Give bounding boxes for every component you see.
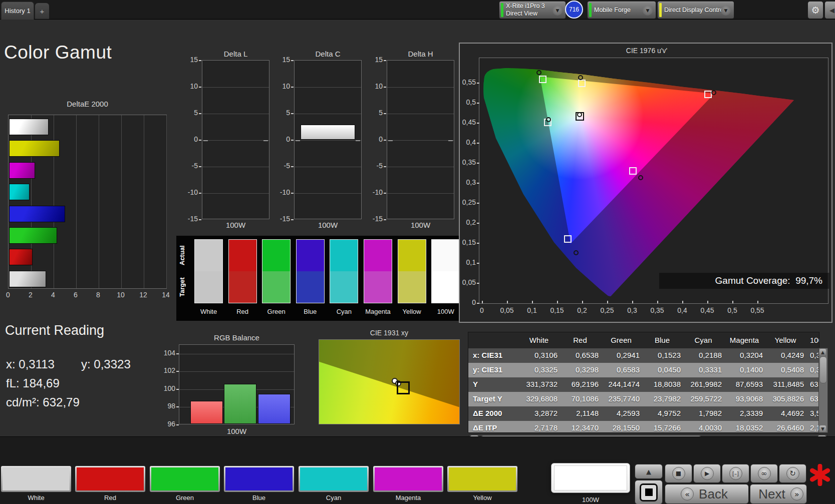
swatch-column-magenta: [364, 239, 392, 303]
pattern-swatch-red[interactable]: [75, 466, 145, 492]
cie1976-y-tick: 0: [458, 298, 476, 306]
table-cell: 28,1550: [603, 421, 644, 433]
rgb-balance-plot: [179, 344, 295, 424]
tick-mark: [384, 113, 386, 114]
add-tab-button[interactable]: +: [35, 3, 49, 19]
source-dropdown[interactable]: Mobile Forge ▼: [587, 1, 656, 19]
table-cell: 12,3470: [562, 421, 603, 433]
row-label: x: CIE31: [468, 348, 520, 363]
step-icon: [–]: [729, 467, 742, 480]
actual-row-label: Actual: [178, 239, 186, 271]
pattern-swatch-green[interactable]: [150, 466, 220, 492]
pattern-color: [554, 465, 627, 490]
tick-mark: [199, 113, 201, 114]
pattern-swatch-yellow[interactable]: [447, 466, 517, 492]
tick-mark: [477, 83, 479, 84]
cie1976-y-tick: 0,35: [458, 158, 476, 166]
tick-mark: [477, 243, 479, 244]
delta-series-label: 100W: [294, 221, 362, 229]
pattern-label: Red: [75, 494, 145, 501]
refresh-button[interactable]: ↻: [779, 464, 806, 483]
delta-series-label: 100W: [387, 221, 454, 229]
zero-tick: [203, 140, 208, 141]
deltae-x-tick: 4: [47, 291, 59, 299]
table-cell: 63: [808, 377, 819, 392]
swatch-label: Yellow: [395, 308, 429, 315]
step-button[interactable]: [–]: [722, 464, 749, 483]
reading-cdm2: cd/m²: 632,79: [6, 395, 80, 409]
row-label: Y: [468, 377, 520, 392]
table-vertical-scrollbar[interactable]: ▲ ▼: [818, 348, 828, 433]
back-button[interactable]: « Back: [665, 484, 749, 504]
swatch-column-cyan: [330, 239, 358, 303]
swatch-column-blue: [296, 239, 325, 303]
tick-mark: [482, 301, 483, 303]
column-header-blue: Blue: [644, 332, 685, 348]
rgb-balance-series-label: 100W: [179, 427, 295, 435]
scrollbar-thumb[interactable]: [819, 356, 827, 383]
row-label: Target Y: [468, 392, 520, 406]
tick-mark: [632, 301, 633, 303]
cie1976-title: CIE 1976 u'v': [460, 47, 833, 55]
delta-y-tick: 15: [276, 56, 290, 64]
cie1976-x-tick: 0,55: [746, 306, 768, 314]
table-cell: 18,0352: [726, 421, 767, 433]
pattern-swatch-cyan[interactable]: [299, 466, 369, 492]
scroll-up-button[interactable]: ▲: [819, 349, 826, 355]
blue-measured-marker: [574, 250, 579, 255]
pattern-swatch-magenta[interactable]: [373, 466, 443, 492]
deltae-x-tick: 8: [92, 291, 104, 299]
tick-mark: [199, 140, 201, 141]
pattern-window-collapse-button[interactable]: ▲: [635, 464, 663, 479]
table-cell: 331,3732: [520, 377, 562, 392]
pattern-label: White: [1, 494, 71, 501]
tick-mark: [532, 301, 533, 303]
delta-y-tick: -15: [369, 215, 383, 223]
tick-mark: [477, 203, 479, 204]
pattern-swatch-100w-selected[interactable]: [551, 463, 630, 493]
stop-button[interactable]: ■: [665, 464, 692, 483]
cie1976-y-tick: 0,15: [458, 238, 476, 246]
target-row-label: Target: [178, 271, 186, 303]
table-cell: 0,0450: [644, 363, 685, 377]
tick-mark: [291, 113, 294, 114]
meter-dropdown[interactable]: X-Rite i1Pro 3Direct View ▼: [499, 1, 566, 19]
swatch-label: Magenta: [361, 308, 395, 315]
table-cell: 3,2872: [520, 406, 562, 421]
display-control-dropdown[interactable]: Direct Display Control ▼: [657, 1, 734, 19]
play-button[interactable]: ▶: [693, 464, 721, 483]
table-cell: 4,2593: [603, 406, 644, 421]
table-row: Y331,373269,2196244,147418,8038261,99828…: [468, 377, 819, 392]
magenta-target-marker: [629, 167, 637, 175]
collapse-panel-button[interactable]: ◀: [824, 1, 835, 19]
swatch-column-red: [228, 239, 257, 303]
calman-window: History 1 + X-Rite i1Pro 3Direct View ▼ …: [0, 0, 835, 504]
tick-mark: [477, 123, 479, 124]
next-chevron-icon: »: [790, 487, 803, 500]
scroll-down-button[interactable]: ▼: [819, 425, 826, 432]
next-button[interactable]: Next »: [750, 484, 807, 504]
chevron-left-icon: ◀: [829, 7, 834, 14]
tick-mark: [291, 60, 294, 61]
table-cell: 0,6583: [603, 363, 644, 377]
gridline: [295, 114, 361, 114]
back-chevron-icon: «: [681, 487, 694, 500]
gridline: [202, 114, 269, 114]
settings-button[interactable]: ⚙: [807, 1, 823, 19]
yellow-target-marker: [578, 80, 586, 87]
pattern-swatch-blue[interactable]: [224, 466, 294, 492]
table-cell: 15,7266: [644, 421, 685, 433]
pattern-window-button[interactable]: [635, 480, 663, 504]
cie1976-x-tick: 0,45: [696, 306, 718, 314]
pattern-swatch-white[interactable]: [1, 466, 71, 492]
plus-icon: +: [40, 7, 45, 16]
red-measured-marker: [711, 90, 716, 95]
tab-history-1[interactable]: History 1: [1, 2, 34, 20]
meter-count-badge[interactable]: 716: [565, 1, 583, 19]
cie1976-x-tick: 0,25: [596, 306, 618, 314]
delta-y-tick: 15: [184, 56, 198, 64]
continuous-button[interactable]: ∞: [750, 464, 778, 483]
tick-mark: [557, 301, 558, 303]
delta-y-tick: 10: [276, 82, 290, 90]
cie1976-y-tick: 0,3: [458, 178, 476, 186]
